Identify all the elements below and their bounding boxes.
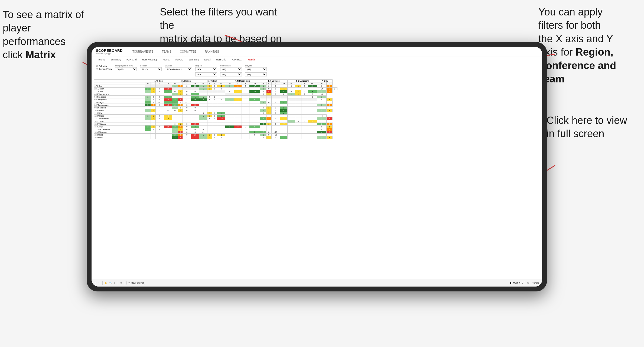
cell-15-7: 4 <box>191 126 199 128</box>
filter-division-select[interactable]: NCAA Division I <box>165 67 192 71</box>
cell-13-4 <box>172 120 178 123</box>
cell-4-12 <box>225 96 234 98</box>
cell-19-18: 0 <box>271 136 280 139</box>
logo-text: SCOREBOARD <box>96 49 123 53</box>
cell-1-17: 0 <box>266 88 271 90</box>
radio-compact-view[interactable]: Compact View <box>96 68 112 70</box>
cell-0-0 <box>145 85 151 88</box>
cell-12-19: -1 <box>280 117 287 120</box>
cell-1-11: 0 <box>217 88 225 90</box>
settings-btn[interactable]: ⚙ <box>120 282 122 284</box>
filter-conference-label: Conference <box>220 65 242 67</box>
filter-players-select1[interactable]: (All) <box>245 67 267 71</box>
cell-10-7 <box>191 112 199 115</box>
subnav-matrix1[interactable]: Matrix <box>161 57 172 62</box>
filter-region-select1[interactable]: N/A <box>195 67 217 71</box>
col-header-5: 5. M La Sasso <box>260 80 288 82</box>
cell-17-23 <box>308 131 317 134</box>
filter-gender-select[interactable]: Men's <box>140 67 162 71</box>
subnav-summary2[interactable]: Summary <box>186 57 201 62</box>
cell-4-9: 0 <box>207 96 212 98</box>
toolbar-divider-2 <box>118 281 118 285</box>
subnav-players[interactable]: Players <box>173 57 185 62</box>
watch-btn[interactable]: ▶ Watch ▾ <box>510 282 520 284</box>
cell-3-24: -6 <box>317 93 326 96</box>
cell-2-19: 11 <box>280 90 287 93</box>
cell-12-2: 0 <box>156 117 164 120</box>
ann-br-line1: Click here to view <box>547 115 627 126</box>
filter-region-select2[interactable]: N/A <box>195 72 217 76</box>
cell-1-12 <box>225 88 234 90</box>
cell-3-10 <box>212 93 217 96</box>
cell-7-15 <box>249 104 260 107</box>
cell-1-6 <box>183 88 191 90</box>
cell-4-19 <box>280 96 287 98</box>
cell-4-5 <box>178 96 183 98</box>
sh-5-dif: Dif <box>280 82 287 85</box>
nav-tournaments[interactable]: TOURNAMENTS <box>131 49 155 54</box>
cell-19-14 <box>242 136 249 139</box>
cell-10-16: 0 <box>260 112 266 115</box>
cell-18-13 <box>234 134 242 136</box>
row-header-19: 20. M Ford <box>94 136 145 139</box>
sh-1-dif: Dif <box>164 82 172 85</box>
cell-18-9: 1 <box>207 134 212 136</box>
ann-right-bold1: Region, <box>575 46 613 58</box>
expand-btn[interactable]: ⧉ <box>527 282 529 284</box>
cell-15-17 <box>266 126 271 128</box>
subnav-h2hheatmap[interactable]: H2H Heatmap <box>140 57 160 62</box>
view-original-btn[interactable]: 👁 View: Original <box>126 281 145 285</box>
cell-11-2: 0 <box>156 115 164 117</box>
cell-11-0: 1 <box>145 115 151 117</box>
zoom-out-btn[interactable]: ⊖ <box>114 282 116 284</box>
bottom-toolbar: ↩ ↪ ✋ 🔍 ⊖ ⚙ 👁 View: Original ▶ Watch ▾ <box>92 279 542 287</box>
cell-0-25: 2 <box>327 85 332 88</box>
col-header-4: 4. M Thorbjornsen <box>225 80 260 82</box>
subnav-matrix2[interactable]: Matrix <box>246 57 257 62</box>
redo-btn[interactable]: ↪ <box>99 282 100 284</box>
subnav-h2hhe[interactable]: H2H He... <box>229 57 245 62</box>
cell-11-5 <box>178 115 183 117</box>
subnav-h2hgrid[interactable]: H2H Grid <box>124 57 139 62</box>
cell-7-19 <box>280 104 287 107</box>
sh-1-w: W <box>145 82 151 85</box>
cell-3-11 <box>217 93 225 96</box>
row-header-6: 7. G Sargent <box>94 101 145 104</box>
cell-19-13 <box>234 136 242 139</box>
cell-3-23: 0 <box>308 93 317 96</box>
cell-0-12: 1 <box>225 85 234 88</box>
cell-19-9: 1 <box>207 136 212 139</box>
hand-btn[interactable]: ✋ <box>105 282 107 284</box>
cell-10-4 <box>172 112 178 115</box>
cell-15-1: 1 <box>151 126 156 128</box>
nav-rankings[interactable]: RANKINGS <box>203 49 220 54</box>
subnav-h2hgrid2[interactable]: H2H Grid <box>214 57 229 62</box>
cell-2-22: 0 <box>301 90 308 93</box>
radio-full-view[interactable]: Full View <box>96 65 112 67</box>
cell-5-17 <box>266 98 271 101</box>
cell-9-5: 1 <box>178 109 183 112</box>
cell-15-24: 0 <box>317 126 326 128</box>
ann-left-line1: To see a matrix of <box>3 9 84 20</box>
cell-7-20 <box>287 104 295 107</box>
cell-2-18: 0 <box>271 90 280 93</box>
subnav-detail[interactable]: Detail <box>202 57 213 62</box>
nav-teams[interactable]: TEAMS <box>160 49 173 54</box>
share-btn[interactable]: ↗ Share <box>531 282 539 284</box>
scoreboard-logo: SCOREBOARD Powered by clippd <box>96 49 123 54</box>
subnav-teams[interactable]: Teams <box>96 57 108 62</box>
filter-conference-select2[interactable]: (All) <box>220 72 242 76</box>
filter-conference-select1[interactable]: (All) <box>220 67 242 71</box>
fullscreen-icon[interactable]: ⛶ <box>522 281 525 284</box>
cell-1-8: 1 <box>199 88 207 90</box>
cell-3-18: 0 <box>271 93 280 96</box>
undo-btn[interactable]: ↩ <box>95 282 96 284</box>
cell-16-5: 1 <box>178 128 183 131</box>
filter-maxplayers-select[interactable]: Top 25 <box>115 67 137 71</box>
nav-committee[interactable]: COMMITTEE <box>178 49 198 54</box>
subnav-summary1[interactable]: Summary <box>109 57 123 62</box>
cell-18-24 <box>317 134 326 136</box>
annotation-right: You can apply filters for both the X axi… <box>538 5 636 86</box>
filter-players-select2[interactable]: (All) <box>245 72 267 76</box>
zoom-in-btn[interactable]: 🔍 <box>109 282 112 284</box>
